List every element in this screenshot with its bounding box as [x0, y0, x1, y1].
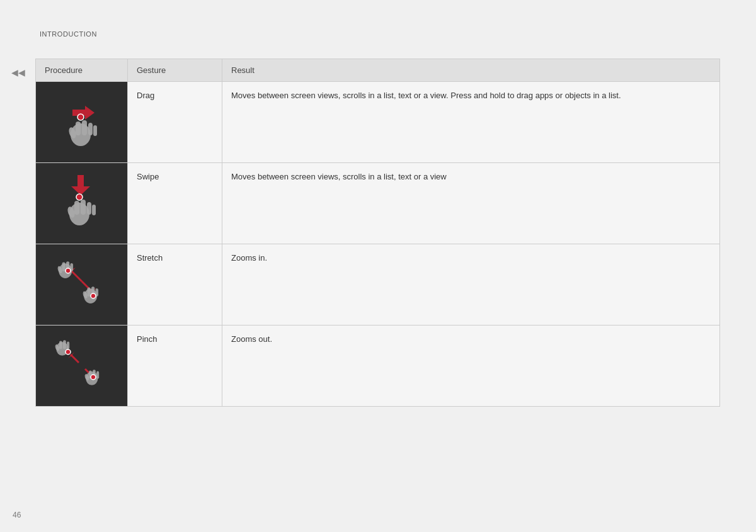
gesture-table: Procedure Gesture Result DragMoves bet	[35, 59, 720, 407]
gesture-image-drag	[36, 82, 128, 163]
table-header-row: Procedure Gesture Result	[36, 59, 720, 82]
table-row: PinchZooms out.	[36, 325, 720, 407]
svg-rect-5	[93, 125, 97, 136]
page-number: 46	[13, 511, 21, 519]
table-row: StretchZooms in.	[36, 244, 720, 325]
gesture-table-wrapper: Procedure Gesture Result DragMoves bet	[35, 59, 720, 407]
svg-point-46	[66, 349, 71, 354]
svg-line-33	[71, 354, 79, 363]
table-row: DragMoves between screen views, scrolls …	[36, 82, 720, 163]
svg-rect-44	[96, 371, 99, 379]
svg-rect-2	[76, 122, 81, 135]
header-result: Result	[222, 59, 720, 82]
svg-point-47	[91, 375, 96, 380]
svg-point-7	[77, 114, 84, 120]
svg-rect-10	[74, 201, 79, 215]
svg-point-15	[76, 194, 83, 200]
gesture-image-pinch	[36, 325, 128, 407]
svg-line-17	[71, 270, 82, 281]
svg-rect-26	[87, 288, 90, 297]
gesture-image-swipe	[36, 163, 128, 244]
section-label: INTRODUCTION	[40, 30, 97, 38]
svg-rect-3	[82, 120, 87, 135]
gesture-result-pinch: Zooms out.	[222, 325, 720, 407]
svg-rect-39	[67, 342, 69, 349]
svg-rect-21	[62, 263, 65, 271]
header-gesture: Gesture	[128, 59, 222, 82]
gesture-name-pinch: Pinch	[128, 325, 222, 407]
svg-rect-12	[87, 202, 91, 215]
table-row: SwipeMoves between screen views, scrolls…	[36, 163, 720, 244]
gesture-result-stretch: Zooms in.	[222, 244, 720, 325]
svg-point-31	[91, 293, 96, 298]
page-container: INTRODUCTION ◀◀ Procedure Gesture Result	[0, 0, 756, 532]
gesture-name-drag: Drag	[128, 82, 222, 163]
svg-rect-13	[92, 205, 96, 215]
svg-point-30	[66, 268, 71, 273]
header-procedure: Procedure	[36, 59, 128, 82]
svg-marker-8	[71, 175, 90, 195]
gesture-image-stretch	[36, 244, 128, 325]
svg-rect-37	[59, 341, 62, 349]
svg-rect-38	[63, 340, 66, 349]
svg-rect-11	[81, 200, 86, 215]
gesture-name-stretch: Stretch	[128, 244, 222, 325]
gesture-name-swipe: Swipe	[128, 163, 222, 244]
gesture-result-swipe: Moves between screen views, scrolls in a…	[222, 163, 720, 244]
svg-rect-4	[88, 123, 93, 135]
nav-arrow[interactable]: ◀◀	[11, 67, 25, 77]
gesture-result-drag: Moves between screen views, scrolls in a…	[222, 82, 720, 163]
